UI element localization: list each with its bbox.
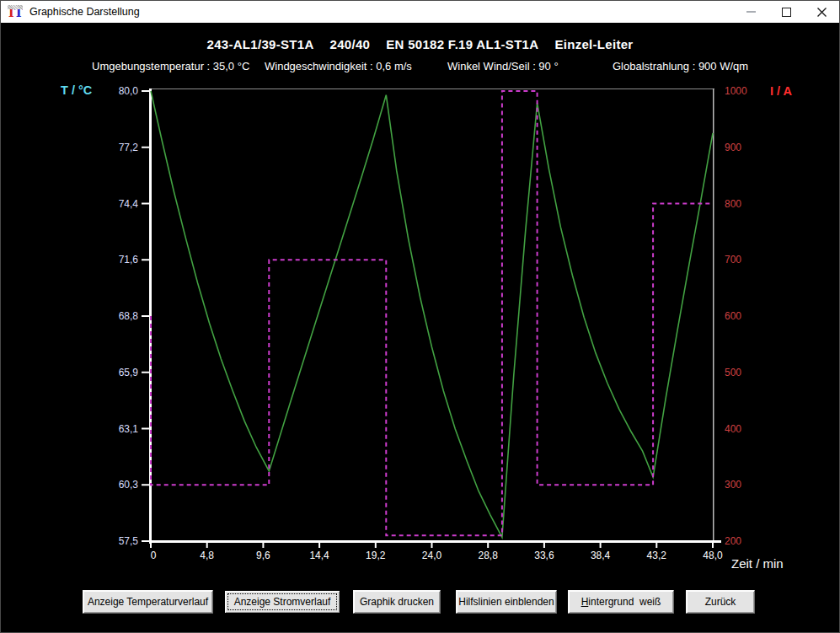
temperature-tick-label: 57,5 <box>119 535 139 547</box>
plot-right-border <box>713 89 714 543</box>
time-tick-label: 33,6 <box>534 550 554 561</box>
time-axis-title: Zeit / min <box>731 556 784 571</box>
current-tick-label: 500 <box>725 367 741 378</box>
button-anzeige-temperaturverlauf[interactable]: Anzeige Temperaturverlauf <box>83 590 213 614</box>
temperature-tick-label: 71,6 <box>119 254 139 266</box>
time-tick-label: 24,0 <box>422 550 442 561</box>
current-tick-label: 200 <box>725 535 741 547</box>
button-hilfslinien-einblenden[interactable]: Hilfslinien einblenden <box>456 590 557 614</box>
button-anzeige-stromverlauf[interactable]: Anzeige Stromverlauf <box>224 590 340 614</box>
current-tick-label: 400 <box>725 423 741 435</box>
temperature-tick-label: 77,2 <box>119 142 139 153</box>
temperature-tick-label: 63,1 <box>119 423 139 435</box>
time-tick-label: 38,4 <box>591 550 611 561</box>
button-graphik-drucken[interactable]: Graphik drucken <box>353 590 441 614</box>
time-tick-label: 48,0 <box>703 550 723 561</box>
temperature-tick-label: 74,4 <box>119 198 139 210</box>
button-zurueck[interactable]: Zurück <box>686 590 755 614</box>
time-tick-label: 14,4 <box>309 550 329 561</box>
time-tick-label: 4,8 <box>200 550 214 561</box>
temperature-curve <box>151 91 713 537</box>
current-tick-label: 600 <box>725 310 741 322</box>
time-tick-label: 19,2 <box>366 550 386 561</box>
button-hintergrund-weiss[interactable]: Hintergrund weiß <box>568 590 674 614</box>
chart-plot: 80,077,274,471,668,865,963,160,357,51000… <box>1 1 840 633</box>
current-tick-label: 800 <box>725 198 741 210</box>
x-axis-line <box>149 540 721 543</box>
app-window: I T Graphische Darstellung 243-AL1/39-ST… <box>0 0 840 633</box>
temperature-tick-label: 68,8 <box>119 310 139 322</box>
current-curve <box>151 91 713 535</box>
current-tick-label: 300 <box>725 479 741 491</box>
temperature-tick-label: 65,9 <box>119 367 139 378</box>
time-tick-label: 0 <box>151 550 157 561</box>
current-tick-label: 1000 <box>725 85 747 97</box>
temperature-tick-label: 60,3 <box>119 479 139 491</box>
time-tick-label: 9,6 <box>256 550 270 561</box>
time-tick-label: 43,2 <box>647 550 667 561</box>
current-tick-label: 700 <box>725 254 741 266</box>
time-tick-label: 28,8 <box>479 550 499 561</box>
plot-top-border <box>149 89 714 89</box>
current-tick-label: 900 <box>725 142 741 153</box>
temperature-tick-label: 80,0 <box>119 85 139 97</box>
